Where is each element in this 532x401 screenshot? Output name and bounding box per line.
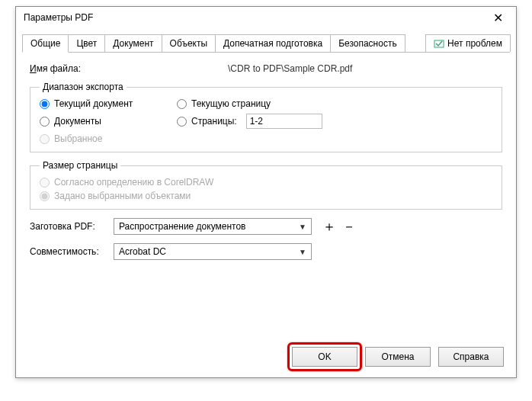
page-size-group: Размер страницы Согласно определению в C… <box>30 160 502 210</box>
tab-document[interactable]: Документ <box>104 34 162 52</box>
export-range-group: Диапазон экспорта Текущий документ Текущ… <box>30 82 502 152</box>
add-preset-icon[interactable]: ＋ <box>322 217 336 236</box>
filename-row: Имя файла: \CDR to PDF\Sample CDR.pdf <box>30 63 502 74</box>
radio-selection: Выбранное <box>40 133 169 144</box>
radio-pages-wrapper: Страницы: <box>177 114 492 129</box>
radio-selection-input <box>40 134 50 144</box>
radio-current-page[interactable]: Текущую страницу <box>177 98 492 109</box>
radio-documents-input[interactable] <box>40 117 50 127</box>
help-button[interactable]: Справка <box>438 347 504 367</box>
tab-prepress[interactable]: Допечатная подготовка <box>215 34 331 52</box>
pdf-preset-label: Заготовка PDF: <box>30 221 114 232</box>
tab-status-label: Нет проблем <box>447 38 502 49</box>
preset-add-remove: ＋ － <box>322 217 356 236</box>
compatibility-value: Acrobat DC <box>119 246 166 257</box>
radio-size-coreldraw-input <box>40 178 50 188</box>
tab-security[interactable]: Безопасность <box>330 34 405 52</box>
tab-objects[interactable]: Объекты <box>162 34 216 52</box>
pdf-settings-dialog: Параметры PDF ✕ Общие Цвет Документ Объе… <box>15 6 517 378</box>
no-issues-icon <box>434 38 444 49</box>
tab-content: Имя файла: \CDR to PDF\Sample CDR.pdf Ди… <box>16 53 516 338</box>
radio-pages[interactable]: Страницы: <box>177 116 237 127</box>
radio-pages-input[interactable] <box>177 117 187 127</box>
cancel-button[interactable]: Отмена <box>365 347 431 367</box>
pdf-preset-value: Распространение документов <box>119 221 246 232</box>
titlebar: Параметры PDF ✕ <box>16 7 516 28</box>
export-range-legend: Диапазон экспорта <box>40 82 127 92</box>
close-icon[interactable]: ✕ <box>486 11 510 25</box>
tabs: Общие Цвет Документ Объекты Допечатная п… <box>22 34 510 53</box>
chevron-down-icon: ▼ <box>299 248 306 256</box>
tab-general[interactable]: Общие <box>22 34 69 53</box>
radio-size-objects: Задано выбранными объектами <box>40 191 492 201</box>
radio-current-document-input[interactable] <box>40 99 50 109</box>
radio-size-coreldraw: Согласно определению в CorelDRAW <box>40 177 492 188</box>
tab-status[interactable]: Нет проблем <box>425 34 511 52</box>
pdf-preset-row: Заготовка PDF: Распространение документо… <box>30 217 502 236</box>
filename-value: \CDR to PDF\Sample CDR.pdf <box>228 63 352 74</box>
radio-current-document[interactable]: Текущий документ <box>40 98 169 109</box>
ok-button[interactable]: OK <box>292 347 357 367</box>
compatibility-row: Совместимость: Acrobat DC ▼ <box>30 243 502 260</box>
dialog-title: Параметры PDF <box>24 12 93 23</box>
button-bar: OK Отмена Справка <box>16 338 516 377</box>
radio-size-objects-input <box>40 191 50 201</box>
compatibility-combo[interactable]: Acrobat DC ▼ <box>114 243 312 260</box>
tab-color[interactable]: Цвет <box>68 34 105 52</box>
compatibility-label: Совместимость: <box>30 246 114 257</box>
page-size-legend: Размер страницы <box>40 160 120 171</box>
radio-documents[interactable]: Документы <box>40 116 169 127</box>
radio-current-page-input[interactable] <box>177 99 187 109</box>
chevron-down-icon: ▼ <box>299 223 306 231</box>
pdf-preset-combo[interactable]: Распространение документов ▼ <box>114 218 312 235</box>
remove-preset-icon[interactable]: － <box>342 217 356 236</box>
filename-label: Имя файла: <box>30 63 114 74</box>
pages-field[interactable] <box>246 114 322 129</box>
